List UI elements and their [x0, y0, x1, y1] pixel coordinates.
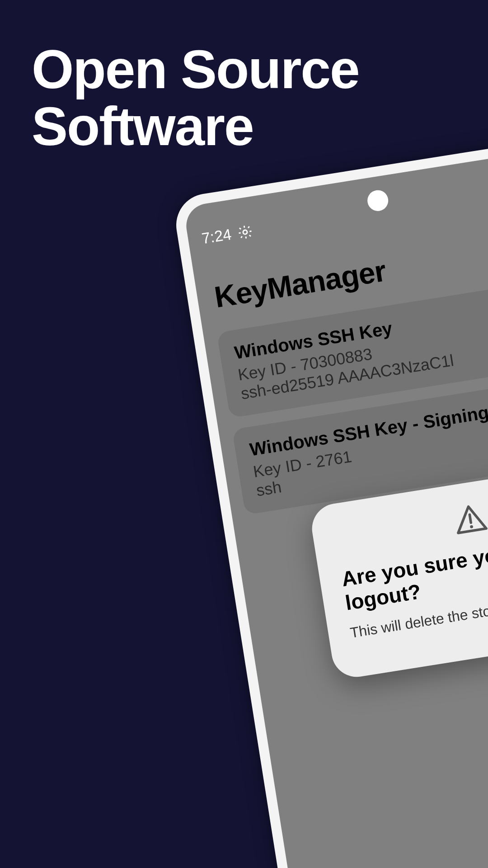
- svg-line-1: [469, 514, 471, 523]
- phone-screen: 7:24 KeyManager Windows SSH Key Key ID -…: [183, 146, 488, 868]
- phone-frame: 7:24 KeyManager Windows SSH Key Key ID -…: [172, 135, 488, 868]
- app-content: KeyManager Windows SSH Key Key ID - 7030…: [193, 209, 488, 868]
- gear-icon: [236, 223, 254, 241]
- warning-icon: [333, 483, 488, 554]
- status-time: 7:24: [201, 226, 233, 248]
- headline: Open Source Software: [32, 41, 359, 155]
- promo-page: Open Source Software 7:24 KeyManager: [0, 0, 488, 868]
- logout-confirm-dialog[interactable]: Are you sure you want to logout? This wi…: [309, 458, 488, 681]
- svg-point-2: [470, 525, 474, 528]
- headline-line-2: Software: [32, 98, 359, 155]
- headline-line-1: Open Source: [32, 41, 359, 98]
- phone-mockup: 7:24 KeyManager Windows SSH Key Key ID -…: [172, 135, 488, 868]
- svg-point-0: [243, 230, 247, 234]
- dialog-overlay: Are you sure you want to logout? This wi…: [193, 209, 488, 868]
